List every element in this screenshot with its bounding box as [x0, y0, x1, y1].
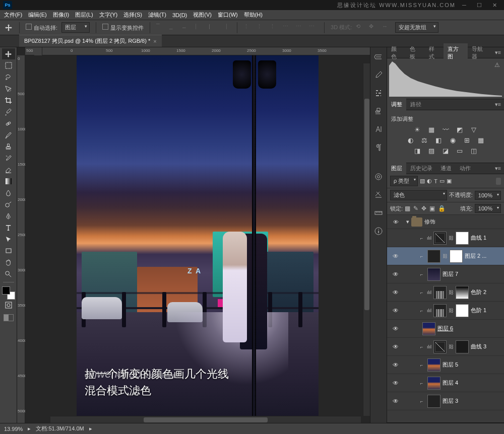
layer-row[interactable]: ⌐ılıl ⛓ 曲线 1 [387, 229, 504, 247]
color-lookup-icon[interactable]: ▦ [476, 136, 485, 144]
layer-mask-thumbnail[interactable] [456, 232, 469, 245]
blur-tool[interactable] [2, 187, 15, 198]
layer-thumbnail[interactable] [427, 358, 440, 372]
tab-layers[interactable]: 图层 [387, 163, 406, 174]
filter-type-dropdown[interactable]: ρ 类型 [390, 176, 418, 186]
align-right-icon[interactable]: ⎹ [222, 23, 231, 32]
brush-panel-icon[interactable] [373, 69, 384, 81]
canvas-scrollbar-v[interactable] [363, 63, 370, 416]
layer-name[interactable]: 图层 7 [443, 270, 502, 278]
foreground-color[interactable] [2, 286, 10, 295]
zoom-level[interactable]: 13.99% [4, 426, 23, 432]
channel-mixer-icon[interactable]: ⊞ [462, 136, 471, 144]
invert-icon[interactable]: ◨ [413, 147, 422, 155]
filter-type-icon[interactable]: T [434, 178, 437, 184]
visibility-toggle[interactable]: 👁 [389, 361, 402, 369]
panel-menu-icon[interactable]: ▾≡ [492, 101, 504, 108]
scroll-thumb[interactable] [144, 417, 268, 422]
color-swatches[interactable] [2, 286, 15, 300]
layer-name[interactable]: 色阶 1 [471, 307, 502, 314]
cc-panel-icon[interactable] [373, 171, 384, 182]
quickmask-toggle[interactable] [2, 300, 15, 311]
layer-row[interactable]: 👁 ⌐ılıl ⛓ 色阶 2 [387, 283, 504, 302]
menu-type[interactable]: 文字(Y) [96, 11, 121, 19]
layer-mask-thumbnail[interactable] [456, 304, 469, 317]
filter-smart-icon[interactable]: ▣ [447, 178, 452, 184]
doc-size-label[interactable]: 文档:51.3M/714.0M [36, 425, 84, 432]
close-tab-icon[interactable]: × [153, 38, 156, 44]
align-bottom-icon[interactable]: ⎽ [182, 23, 192, 32]
layer-row[interactable]: 👁 图层 6 [387, 320, 504, 338]
curves-icon[interactable]: 〰 [441, 126, 450, 133]
layer-mask-thumbnail[interactable] [450, 250, 463, 263]
canvas[interactable]: WOOD PRINT Z A anwenchao 安文超 高端修图 拉一个渐变的… [25, 55, 370, 423]
quick-select-tool[interactable] [2, 83, 15, 94]
clone-source-icon[interactable] [373, 106, 384, 117]
history-panel-icon[interactable] [373, 51, 384, 62]
visibility-toggle[interactable]: 👁 [389, 219, 402, 225]
threshold-icon[interactable]: ◪ [441, 147, 450, 155]
align-left-icon[interactable]: ⎸ [196, 23, 205, 32]
menu-layer[interactable]: 图层(L) [72, 11, 96, 19]
screen-mode-toggle[interactable] [4, 314, 14, 321]
marquee-tool[interactable] [2, 60, 15, 71]
layer-row[interactable]: 👁 ⌐ 图层 5 [387, 356, 504, 374]
lock-artboard-icon[interactable]: ▣ [429, 205, 435, 212]
layer-mask-thumbnail[interactable] [456, 340, 469, 353]
slide-3d-icon[interactable]: ↔ [382, 23, 391, 32]
menu-window[interactable]: 窗口(W) [215, 11, 241, 19]
zoom-tool[interactable] [2, 268, 15, 279]
layer-thumbnail[interactable] [422, 322, 435, 335]
auto-select-target-dropdown[interactable]: 图层 [61, 22, 90, 33]
layer-name[interactable]: 修饰 [424, 218, 435, 226]
distribute-1-icon[interactable]: ⋮ [243, 23, 253, 32]
selective-color-icon[interactable]: ◫ [469, 147, 478, 155]
layer-name[interactable]: 图层 4 [443, 379, 502, 387]
paragraph-panel-icon[interactable] [373, 142, 384, 153]
panel-menu-icon[interactable]: ▾≡ [492, 49, 504, 56]
menu-file[interactable]: 文件(F) [1, 11, 25, 19]
layer-name[interactable]: 图层 6 [437, 325, 502, 332]
layer-thumbnail[interactable] [427, 250, 440, 263]
hue-sat-icon[interactable]: ◐ [406, 136, 415, 144]
healing-tool[interactable] [2, 118, 15, 129]
layer-thumbnail[interactable] [427, 395, 440, 408]
distribute-5-icon[interactable]: ⋯ [296, 23, 305, 32]
status-menu-icon[interactable]: ▸ [89, 425, 92, 432]
layer-thumbnail[interactable] [433, 340, 447, 353]
maximize-button[interactable]: ☐ [473, 1, 486, 9]
filter-adjust-icon[interactable]: ◐ [427, 178, 432, 184]
history-brush-tool[interactable] [2, 153, 15, 164]
layer-row[interactable]: 👁 ⌐ılıl ⛓ 色阶 1 [387, 302, 504, 320]
stamp-tool[interactable] [2, 141, 15, 152]
link-icon[interactable]: ⛓ [449, 290, 454, 295]
horizontal-ruler[interactable]: 500 0 500 1000 1500 2000 2500 3000 3500 [25, 47, 370, 55]
menu-image[interactable]: 图像(I) [50, 11, 72, 19]
distribute-3-icon[interactable]: ⋮ [270, 23, 279, 32]
visibility-toggle[interactable]: 👁 [389, 343, 402, 350]
info-panel-icon[interactable] [373, 226, 384, 237]
tab-channels[interactable]: 通道 [436, 163, 456, 174]
visibility-toggle[interactable]: 👁 [389, 271, 402, 278]
brightness-icon[interactable]: ☀ [413, 126, 422, 133]
layer-name[interactable]: 图层 2 ... [465, 252, 502, 260]
distribute-4-icon[interactable]: ⋯ [283, 23, 292, 32]
fill-input[interactable]: 100% [475, 204, 501, 213]
canvas-scrollbar-h[interactable] [50, 416, 361, 423]
menu-filter[interactable]: 滤镜(T) [145, 11, 169, 19]
visibility-toggle[interactable]: 👁 [389, 253, 402, 260]
close-window-button[interactable]: ✕ [488, 1, 501, 9]
eraser-tool[interactable] [2, 164, 15, 175]
ruler-origin[interactable] [34, 47, 42, 55]
filter-pixel-icon[interactable]: ▧ [420, 178, 425, 184]
layer-thumbnail[interactable] [427, 377, 440, 390]
menu-view[interactable]: 视图(V) [190, 11, 215, 19]
layer-name[interactable]: 图层 3 [443, 397, 502, 405]
character-panel-icon[interactable] [373, 124, 384, 135]
align-hcenter-icon[interactable]: | [209, 23, 218, 32]
gradient-tool[interactable] [2, 176, 15, 187]
dodge-tool[interactable] [2, 199, 15, 210]
visibility-toggle[interactable]: 👁 [389, 289, 402, 296]
distribute-6-icon[interactable]: ⋯ [309, 23, 318, 32]
layers-list[interactable]: 👁 ▾ 修饰 ⌐ılıl ⛓ 曲线 1👁 ⌐ ⛓ 图层 2 ...👁 ⌐ 图层 … [387, 215, 504, 422]
